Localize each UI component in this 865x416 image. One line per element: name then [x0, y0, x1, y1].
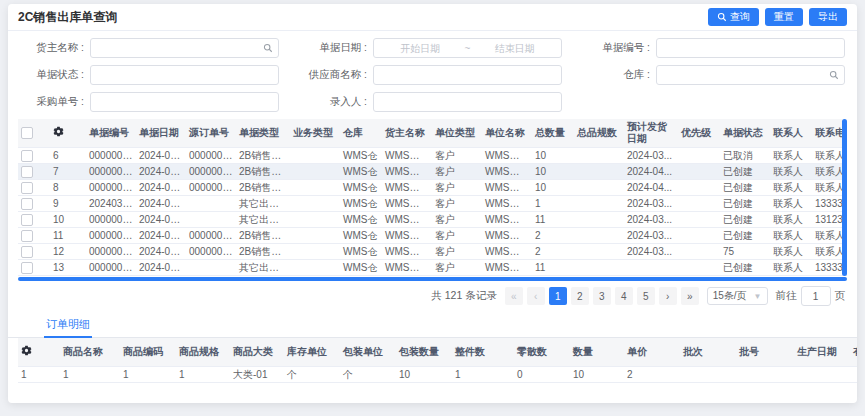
table-cell: 2 [532, 228, 574, 244]
column-header: 单据类型 [236, 119, 290, 148]
table-cell [290, 164, 340, 180]
row-checkbox[interactable] [21, 198, 33, 210]
table-cell: 客户 [432, 260, 482, 276]
table-cell: WMS客户 [482, 244, 532, 260]
table-cell: 0000000... [86, 212, 136, 228]
prev-page-button[interactable]: ‹ [527, 287, 545, 305]
row-checkbox-cell [18, 164, 50, 180]
table-cell: 7 [50, 164, 86, 180]
order-row[interactable]: 120000000...2024-03...0000000...2B销售订单WM… [18, 244, 847, 260]
table-cell [574, 164, 624, 180]
page-header: 2C销售出库单查询 查询重置导出 [8, 4, 857, 31]
next-page-button[interactable]: › [659, 287, 677, 305]
filter-label-doc-status: 单据状态 : [20, 68, 84, 82]
column-header: 单据日期 [136, 119, 186, 148]
supplier-name-input[interactable] [379, 70, 556, 81]
purchase-no-control [90, 92, 279, 112]
table-cell: 0000000... [86, 148, 136, 164]
order-row[interactable]: 70000000...2024-04...0000000...2B销售订单WMS… [18, 164, 847, 180]
order-row[interactable]: 92024033...2024-03...其它出库单WMS仓WMS货主客户WMS… [18, 196, 847, 212]
row-checkbox[interactable] [21, 246, 33, 258]
search-icon[interactable] [829, 70, 839, 80]
filter-field-purchase-no: 采购单号 : [20, 92, 279, 112]
goto-page-input[interactable] [801, 286, 831, 306]
page-button[interactable]: 4 [615, 287, 633, 305]
warehouse-input[interactable] [662, 70, 829, 81]
table-cell [574, 196, 624, 212]
table-cell: WMS客户 [482, 180, 532, 196]
main-card: 2C销售出库单查询 查询重置导出 货主名称 :单据日期 :~单据编号 :单据状态… [8, 4, 857, 403]
export-button[interactable]: 导出 [809, 8, 847, 26]
page-button[interactable]: 3 [593, 287, 611, 305]
table-cell: 2024-04... [136, 164, 186, 180]
table-cell: WMS货主 [382, 260, 432, 276]
table-cell [290, 148, 340, 164]
doc-date-end-input[interactable] [473, 43, 556, 54]
column-header: 单价 [624, 338, 680, 367]
order-row[interactable]: 110000000...2024-03...0000000...2B销售订单WM… [18, 228, 847, 244]
table-cell: 2024-03... [624, 196, 678, 212]
doc-no-input[interactable] [662, 43, 839, 54]
row-checkbox[interactable] [21, 166, 33, 178]
table-cell: 6 [50, 148, 86, 164]
page-size-select[interactable]: 15条/页 ▼ [707, 287, 768, 305]
row-checkbox[interactable] [21, 182, 33, 194]
order-row[interactable]: 80000000...2024-04...0000000...2B销售订单WMS… [18, 180, 847, 196]
query-button[interactable]: 查询 [708, 8, 759, 26]
order-row[interactable]: 130000000...2024-03...其它出库单WMS仓WMS货主客户WM… [18, 260, 847, 276]
table-cell: 客户 [432, 180, 482, 196]
doc-status-input[interactable] [96, 70, 273, 81]
select-all-checkbox[interactable] [21, 127, 33, 139]
row-checkbox[interactable] [21, 230, 33, 242]
detail-row[interactable]: 1111大类-01个个101010220 [18, 367, 857, 383]
total-records-text: 共 121 条记录 [431, 289, 496, 303]
page-button[interactable]: 2 [571, 287, 589, 305]
table-cell: 10 [396, 367, 452, 383]
tab-order-detail[interactable]: 订单明细 [44, 313, 92, 338]
vertical-scrollbar[interactable] [842, 119, 847, 276]
table-cell [678, 212, 720, 228]
row-checkbox[interactable] [21, 262, 33, 274]
page-button[interactable]: 5 [637, 287, 655, 305]
doc-no-control [656, 38, 845, 58]
row-checkbox[interactable] [21, 150, 33, 162]
row-checkbox-cell [18, 148, 50, 164]
table-cell: WMS货主 [382, 196, 432, 212]
table-cell [290, 180, 340, 196]
detail-table-wrap: 商品名称商品编码商品规格商品大类库存单位包装单位包装数量整件数零散数数量单价批次… [18, 338, 847, 383]
column-header: 零散数 [514, 338, 570, 367]
entry-person-input[interactable] [379, 97, 556, 108]
order-row[interactable]: 60000000...2024-04...0000000...2B销售订单WMS… [18, 148, 847, 164]
filter-label-doc-no: 单据编号 : [586, 41, 650, 55]
page-button[interactable]: 1 [549, 287, 567, 305]
reset-button[interactable]: 重置 [765, 8, 803, 26]
column-header: 单位类型 [432, 119, 482, 148]
row-checkbox-cell [18, 244, 50, 260]
order-row[interactable]: 100000000...2024-03...其它出库单WMS仓WMS货主客户WM… [18, 212, 847, 228]
table-cell: 0000000... [186, 164, 236, 180]
table-cell: 11 [532, 212, 574, 228]
row-checkbox[interactable] [21, 214, 33, 226]
table-cell [678, 228, 720, 244]
row-checkbox-cell [18, 260, 50, 276]
settings-gear-icon[interactable] [21, 347, 32, 358]
warehouse-control [656, 65, 845, 85]
table-cell: 客户 [432, 212, 482, 228]
purchase-no-input[interactable] [96, 97, 273, 108]
page-title: 2C销售出库单查询 [18, 9, 117, 26]
settings-gear-icon[interactable] [53, 128, 64, 139]
last-page-button[interactable]: » [681, 287, 699, 305]
owner-name-input[interactable] [96, 43, 263, 54]
table-cell [678, 180, 720, 196]
first-page-button[interactable]: « [505, 287, 523, 305]
doc-date-start-input[interactable] [379, 43, 462, 54]
table-cell: WMS客户 [482, 260, 532, 276]
table-cell: 2024-03... [136, 196, 186, 212]
search-icon[interactable] [263, 43, 273, 53]
table-cell: 已取消 [720, 148, 770, 164]
column-header: 批次 [680, 338, 736, 367]
table-cell: 2024033... [86, 196, 136, 212]
reset-button-label: 重置 [774, 10, 794, 24]
table-cell: 联系人 [770, 196, 812, 212]
detail-tab-bar: 订单明细 [8, 313, 857, 338]
